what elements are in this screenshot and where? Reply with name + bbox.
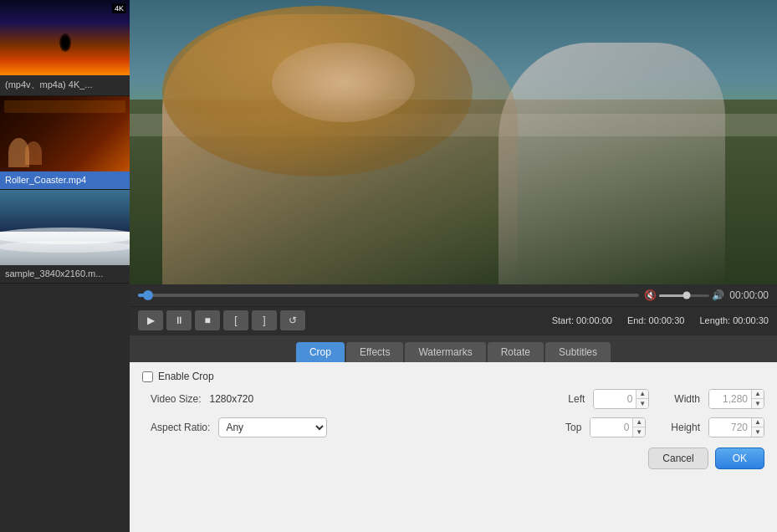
top-up-btn[interactable]: ▲	[633, 418, 645, 427]
cancel-button[interactable]: Cancel	[648, 448, 708, 469]
left-spinner-btns: ▲ ▼	[636, 390, 648, 408]
thumb-3	[0, 190, 130, 265]
top-input[interactable]	[590, 418, 632, 437]
sidebar-item-1[interactable]: 4K (mp4v、mp4a) 4K_...	[0, 0, 130, 96]
enable-crop-row: Enable Crop	[142, 371, 764, 382]
thumb-2	[0, 96, 130, 171]
sidebar-item-label-2: Roller_Coaster.mp4	[0, 171, 130, 189]
volume-mute-icon[interactable]: 🔇	[644, 289, 657, 301]
start-time-label: Start: 00:00:00	[552, 315, 612, 325]
width-label: Width	[674, 393, 700, 405]
video-size-value: 1280x720	[210, 393, 254, 405]
tab-watermarks[interactable]: Watermarks	[405, 342, 485, 362]
end-time-label: End: 00:00:30	[627, 315, 685, 325]
main-area: 🔇 🔊 00:00:00 ▶ ⏸ ■ [ ] ↺ Start: 00:00:00…	[130, 0, 777, 532]
length-label: Length: 00:00:30	[699, 315, 769, 325]
play-button[interactable]: ▶	[138, 310, 163, 330]
start-time-value: 00:00:00	[576, 315, 612, 325]
enable-crop-checkbox[interactable]	[142, 371, 153, 382]
video-preview	[130, 0, 777, 284]
top-spinner-btns: ▲ ▼	[632, 418, 645, 437]
timecode-display: 00:00:00	[729, 289, 769, 301]
left-spinner[interactable]: ▲ ▼	[593, 389, 649, 409]
thumb-1: 4K	[0, 0, 130, 75]
length-value: 00:00:30	[733, 315, 769, 325]
end-time-value: 00:00:30	[649, 315, 685, 325]
crop-panel: Enable Crop Video Size: 1280x720 Left ▲ …	[130, 362, 777, 532]
pause-button[interactable]: ⏸	[166, 310, 192, 330]
width-input[interactable]	[709, 390, 751, 408]
tab-rotate[interactable]: Rotate	[488, 342, 544, 362]
mark-out-button[interactable]: ]	[252, 310, 277, 330]
playback-bar: 🔇 🔊 00:00:00	[130, 284, 777, 306]
tabs-bar: Crop Effects Watermarks Rotate Subtitles	[130, 335, 777, 362]
width-spinner-btns: ▲ ▼	[751, 390, 764, 408]
volume-area: 🔇 🔊	[644, 289, 724, 301]
progress-thumb[interactable]	[143, 290, 153, 300]
volume-thumb[interactable]	[683, 292, 691, 299]
enable-crop-label[interactable]: Enable Crop	[142, 371, 214, 382]
video-size-label: Video Size:	[151, 393, 202, 405]
top-spinner[interactable]: ▲ ▼	[590, 417, 646, 437]
sidebar-item-3[interactable]: sample_3840x2160.m...	[0, 190, 130, 284]
sidebar-item-label-3: sample_3840x2160.m...	[0, 265, 130, 283]
bottom-actions: Cancel OK	[142, 444, 764, 469]
height-spinner-btns: ▲ ▼	[751, 418, 764, 437]
stop-button[interactable]: ■	[195, 310, 220, 330]
top-down-btn[interactable]: ▼	[633, 427, 645, 437]
tab-subtitles[interactable]: Subtitles	[545, 342, 611, 362]
left-up-btn[interactable]: ▲	[636, 390, 648, 399]
left-input[interactable]	[594, 390, 636, 408]
sidebar-item-label-1: (mp4v、mp4a) 4K_...	[0, 75, 130, 95]
height-spinner[interactable]: ▲ ▼	[708, 417, 764, 437]
ok-button[interactable]: OK	[715, 448, 764, 469]
progress-track[interactable]	[138, 294, 639, 297]
aspect-ratio-label: Aspect Ratio:	[151, 422, 210, 433]
file-sidebar: 4K (mp4v、mp4a) 4K_... Roller_Coaster.mp4…	[0, 0, 130, 532]
aspect-ratio-select[interactable]: Any 16:9 4:3 1:1 9:16	[218, 417, 327, 437]
width-up-btn[interactable]: ▲	[752, 390, 764, 399]
height-input[interactable]	[709, 418, 751, 437]
tab-effects[interactable]: Effects	[346, 342, 403, 362]
volume-track[interactable]	[659, 294, 709, 297]
volume-up-icon[interactable]: 🔊	[712, 289, 724, 301]
width-spinner[interactable]: ▲ ▼	[708, 389, 764, 409]
height-up-btn[interactable]: ▲	[752, 418, 764, 427]
left-label: Left	[568, 393, 585, 405]
height-down-btn[interactable]: ▼	[752, 427, 764, 437]
tab-crop[interactable]: Crop	[296, 342, 345, 362]
mark-in-button[interactable]: [	[223, 310, 248, 330]
top-label: Top	[565, 422, 581, 433]
controls-bar: ▶ ⏸ ■ [ ] ↺ Start: 00:00:00 End: 00:00:3…	[130, 306, 777, 335]
reset-button[interactable]: ↺	[280, 310, 305, 330]
video-scene	[130, 0, 777, 284]
sidebar-item-2[interactable]: Roller_Coaster.mp4	[0, 96, 130, 190]
height-label: Height	[671, 422, 700, 433]
width-down-btn[interactable]: ▼	[752, 399, 764, 408]
left-down-btn[interactable]: ▼	[636, 399, 648, 408]
